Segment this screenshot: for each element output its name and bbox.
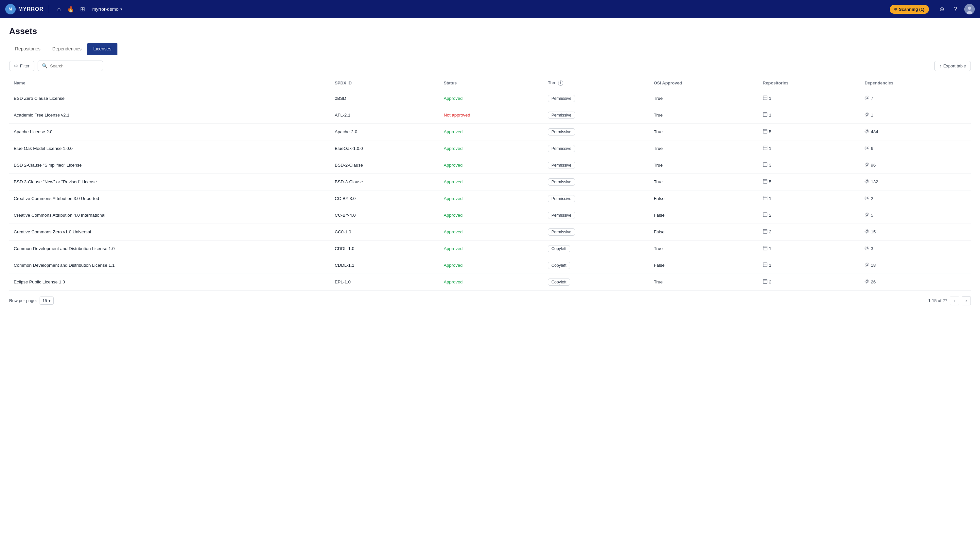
table-row[interactable]: Common Development and Distribution Lice… xyxy=(9,240,971,257)
cell-name: Creative Commons Zero v1.0 Universal xyxy=(9,223,330,240)
table-row[interactable]: Common Development and Distribution Lice… xyxy=(9,257,971,274)
svg-point-26 xyxy=(865,179,869,183)
cell-repositories: 2 xyxy=(758,223,860,240)
dep-count-value: 96 xyxy=(871,163,876,167)
cell-dependencies: 5 xyxy=(860,207,971,223)
next-page-button[interactable]: › xyxy=(962,296,971,305)
repo-count-value: 1 xyxy=(769,196,772,201)
cell-osi: False xyxy=(649,223,758,240)
table-row[interactable]: BSD 3-Clause "New" or "Revised" License … xyxy=(9,174,971,190)
cell-repositories: 2 xyxy=(758,274,860,290)
table-row[interactable]: BSD Zero Clause License 0BSD Approved Pe… xyxy=(9,90,971,107)
toolbar: ⚙ Filter 🔍 ↑ Export table xyxy=(9,55,971,76)
cell-osi: False xyxy=(649,257,758,274)
col-dependencies: Dependencies xyxy=(860,76,971,90)
cell-status: Approved xyxy=(439,207,543,223)
filter-label: Filter xyxy=(20,63,30,68)
cell-name: Eclipse Public License 1.0 xyxy=(9,274,330,290)
cell-repositories: 5 xyxy=(758,123,860,140)
filter-button[interactable]: ⚙ Filter xyxy=(9,61,35,71)
header-nav-icons: ⌂ 🔥 ⊞ xyxy=(54,5,87,14)
dep-icon xyxy=(865,96,869,101)
svg-point-29 xyxy=(866,197,868,199)
repo-count-value: 3 xyxy=(769,163,772,167)
cell-name: Common Development and Distribution Lice… xyxy=(9,240,330,257)
cell-spdx: Apache-2.0 xyxy=(330,123,439,140)
repo-count-value: 5 xyxy=(769,179,772,184)
cell-spdx: EPL-1.0 xyxy=(330,274,439,290)
cell-name: Creative Commons Attribution 3.0 Unporte… xyxy=(9,190,330,207)
cell-repositories: 3 xyxy=(758,157,860,174)
rows-per-page-select[interactable]: 15 ▾ xyxy=(40,296,54,305)
export-button[interactable]: ↑ Export table xyxy=(934,61,971,71)
table-row[interactable]: Creative Commons Zero v1.0 Universal CC0… xyxy=(9,223,971,240)
table-row[interactable]: Blue Oak Model License 1.0.0 BlueOak-1.0… xyxy=(9,140,971,157)
svg-point-18 xyxy=(865,146,869,150)
fire-icon[interactable]: 🔥 xyxy=(66,5,75,14)
table-row[interactable]: Creative Commons Attribution 3.0 Unporte… xyxy=(9,190,971,207)
avatar[interactable] xyxy=(964,4,975,15)
page-title: Assets xyxy=(9,26,971,36)
help-icon[interactable]: ? xyxy=(950,4,960,14)
svg-point-38 xyxy=(865,230,869,233)
tier-info-icon[interactable]: i xyxy=(558,81,563,86)
svg-point-22 xyxy=(865,163,869,167)
svg-rect-19 xyxy=(763,163,767,167)
filter-icon: ⚙ xyxy=(14,63,18,68)
cell-status: Approved xyxy=(439,240,543,257)
table-row[interactable]: Creative Commons Attribution 4.0 Interna… xyxy=(9,207,971,223)
header-divider xyxy=(49,5,49,13)
scanning-badge[interactable]: Scanning (1) xyxy=(890,5,929,14)
table-row[interactable]: BSD 2-Clause "Simplified" License BSD-2-… xyxy=(9,157,971,174)
add-integration-icon[interactable]: ⊕ xyxy=(937,4,947,14)
header-right-icons: ⊕ ? xyxy=(937,4,975,15)
home-icon[interactable]: ⌂ xyxy=(54,5,63,14)
cell-spdx: 0BSD xyxy=(330,90,439,107)
svg-point-14 xyxy=(865,129,869,133)
tab-licenses[interactable]: Licenses xyxy=(87,43,117,55)
dep-count-value: 26 xyxy=(871,280,876,284)
tab-dependencies[interactable]: Dependencies xyxy=(46,43,87,55)
pagination-info: 1-15 of 27 xyxy=(928,298,947,303)
svg-rect-23 xyxy=(763,179,767,183)
tab-repositories[interactable]: Repositories xyxy=(9,43,46,55)
prev-page-button[interactable]: ‹ xyxy=(950,296,959,305)
cell-dependencies: 7 xyxy=(860,90,971,107)
svg-rect-31 xyxy=(763,213,767,217)
tabs: Repositories Dependencies Licenses xyxy=(9,43,971,55)
repo-icon xyxy=(763,96,767,101)
cell-status: Approved xyxy=(439,190,543,207)
repo-count-value: 1 xyxy=(769,146,772,151)
table-row[interactable]: Eclipse Public License 1.0 EPL-1.0 Appro… xyxy=(9,274,971,290)
svg-point-46 xyxy=(865,263,869,267)
cell-repositories: 1 xyxy=(758,140,860,157)
search-box: 🔍 xyxy=(38,61,103,71)
table-wrapper: Name SPDX ID Status Tier i OSI Approved … xyxy=(9,76,971,291)
grid-icon[interactable]: ⊞ xyxy=(78,5,87,14)
workspace-selector[interactable]: myrror-demo ▾ xyxy=(92,7,122,12)
repo-icon xyxy=(763,229,767,235)
cell-spdx: CC-BY-3.0 xyxy=(330,190,439,207)
svg-point-13 xyxy=(866,130,868,132)
search-input[interactable] xyxy=(50,63,99,68)
cell-status: Approved xyxy=(439,90,543,107)
table-header: Name SPDX ID Status Tier i OSI Approved … xyxy=(9,76,971,90)
repo-icon xyxy=(763,263,767,268)
cell-spdx: BlueOak-1.0.0 xyxy=(330,140,439,157)
svg-rect-7 xyxy=(763,112,767,116)
cell-osi: True xyxy=(649,240,758,257)
svg-rect-15 xyxy=(763,146,767,150)
svg-point-25 xyxy=(866,180,868,182)
svg-point-6 xyxy=(865,96,869,100)
svg-rect-11 xyxy=(763,129,767,133)
svg-point-37 xyxy=(866,230,868,232)
dep-icon xyxy=(865,229,869,235)
svg-point-45 xyxy=(866,264,868,266)
logo[interactable]: M MYRROR xyxy=(5,4,43,15)
table-row[interactable]: Academic Free License v2.1 AFL-2.1 Not a… xyxy=(9,107,971,123)
table-row[interactable]: Apache License 2.0 Apache-2.0 Approved P… xyxy=(9,123,971,140)
cell-osi: True xyxy=(649,140,758,157)
svg-point-9 xyxy=(866,114,868,116)
rows-per-page-label: Row per page: xyxy=(9,298,37,303)
dep-icon xyxy=(865,179,869,185)
